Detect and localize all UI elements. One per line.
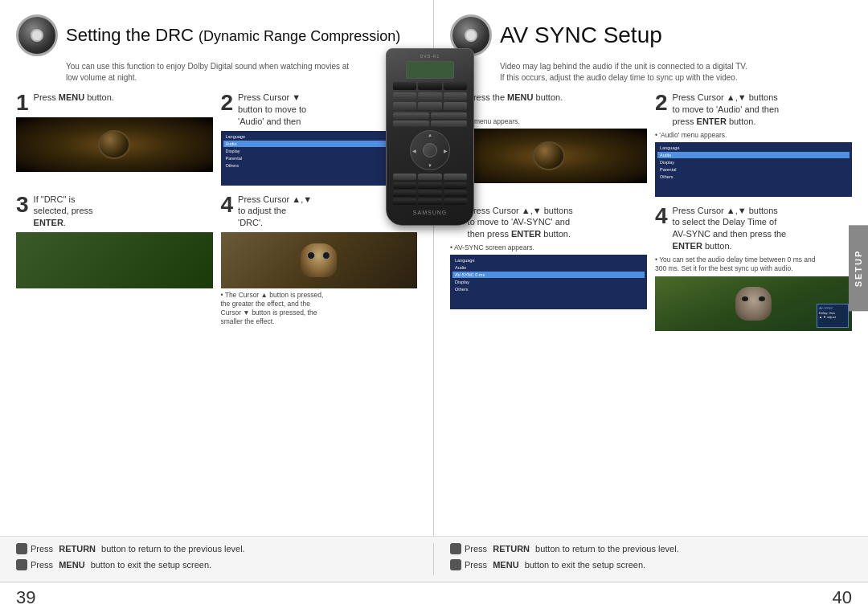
step-number-4: 4 [221, 194, 234, 216]
step-3-image [16, 232, 213, 288]
step-number-2: 2 [221, 92, 234, 114]
step-number-1: 1 [16, 92, 29, 114]
step-2-text: Press Cursor ▼button to move to'Audio' a… [238, 92, 306, 128]
right-step-2-image: Language Audio Display Parental Others [655, 142, 852, 197]
step-4-image [221, 232, 418, 288]
right-header: AV SYNC Setup [450, 14, 852, 56]
left-step-3: 3 If "DRC" isselected, pressENTER. [16, 194, 213, 327]
footer-left-menu: Press MENU button to exit the setup scre… [16, 559, 417, 570]
step-4-note: • The Cursor ▲ button is pressed,the gre… [221, 291, 418, 326]
page: Setting the DRC (Dynamic Range Compressi… [0, 0, 868, 613]
remote-nav: ▲ ▼ ◀ ▶ [410, 130, 450, 170]
left-step-1: 1 Press MENU button. [16, 92, 213, 186]
lens-image [16, 117, 213, 172]
main-content: Setting the DRC (Dynamic Range Compressi… [0, 0, 868, 536]
footer-left-return: Press RETURN button to return to the pre… [16, 543, 417, 554]
right-title: AV SYNC Setup [500, 22, 662, 48]
right-section: AV SYNC Setup Video may lag behind the a… [434, 0, 868, 536]
right-step-2: 2 Press Cursor ▲,▼ buttonsto move to 'Au… [655, 92, 852, 197]
raccoon-body [735, 287, 772, 321]
right-step-3-image: Language Audio AV-SYNC 0 ms Display Othe… [450, 255, 647, 309]
footer-right: Press RETURN button to return to the pre… [434, 543, 852, 575]
owl-image [221, 232, 418, 288]
step-3-text: If "DRC" isselected, pressENTER. [34, 194, 93, 230]
lens-circle [98, 130, 130, 159]
raccoon-image: AV-SYNC Delay: 0ms ▲ ▼ adjust [655, 276, 852, 331]
footer-right-return: Press RETURN button to return to the pre… [450, 543, 852, 554]
right-step-2-note: 'Audio' menu appears. [655, 131, 852, 139]
disc-icon-left [16, 14, 58, 56]
right-step-4: 4 Press Cursor ▲,▼ buttonsto select the … [655, 205, 852, 331]
page-number-left: 39 [0, 582, 51, 613]
right-step-4-note: • You can set the audio delay time betwe… [655, 255, 852, 273]
right-step-number-4: 4 [655, 205, 668, 227]
left-steps-grid: 1 Press MENU button. 2 Press Cursor ▼but… [16, 92, 417, 326]
step-number-3: 3 [16, 194, 29, 216]
right-step-3-note: AV-SYNC screen appears. [450, 243, 647, 251]
avsync-screen: Language Audio AV-SYNC 0 ms Display Othe… [450, 255, 647, 309]
enter-button [423, 143, 437, 157]
remote-screen [406, 61, 454, 79]
step-4-text: Press Cursor ▲,▼to adjust the'DRC'. [238, 194, 312, 230]
right-step-3-text: Press Cursor ▲,▼ buttonsto move to 'AV-S… [468, 205, 573, 241]
footer-right-menu: Press MENU button to exit the setup scre… [450, 559, 852, 570]
menu-screen-right: Language Audio Display Parental Others [655, 142, 852, 197]
right-step-2-text: Press Cursor ▲,▼ buttonsto move to 'Audi… [673, 92, 780, 128]
right-step-4-text: Press Cursor ▲,▼ buttonsto select the De… [673, 205, 787, 252]
footer: Press RETURN button to return to the pre… [0, 536, 868, 582]
right-step-number-2: 2 [655, 92, 668, 114]
remote-control: DVD-R1 [386, 48, 474, 226]
left-section: Setting the DRC (Dynamic Range Compressi… [0, 0, 434, 536]
setup-tab: SETUP [849, 225, 868, 311]
lens-circle-right [533, 141, 565, 170]
remote-container: DVD-R1 [386, 48, 482, 226]
right-steps-grid: 1 Press the MENU button. Setup menu appe… [450, 92, 852, 331]
step-1-text: Press MENU button. [34, 92, 114, 104]
left-title: Setting the DRC (Dynamic Range Compressi… [66, 25, 400, 46]
footer-left: Press RETURN button to return to the pre… [16, 543, 434, 575]
right-step-4-image: AV-SYNC Delay: 0ms ▲ ▼ adjust [655, 276, 852, 331]
samsung-label: SAMSUNG [393, 210, 467, 215]
left-header: Setting the DRC (Dynamic Range Compressi… [16, 14, 417, 56]
left-subtitle: You can use this function to enjoy Dolby… [66, 61, 417, 84]
right-subtitle: Video may lag behind the audio if the un… [500, 61, 852, 84]
page-numbers: 39 40 [0, 582, 868, 613]
step-1-image [16, 117, 213, 172]
av-sync-overlay: AV-SYNC Delay: 0ms ▲ ▼ adjust [817, 304, 849, 328]
page-number-right: 40 [817, 582, 868, 613]
forest-image [16, 232, 213, 288]
